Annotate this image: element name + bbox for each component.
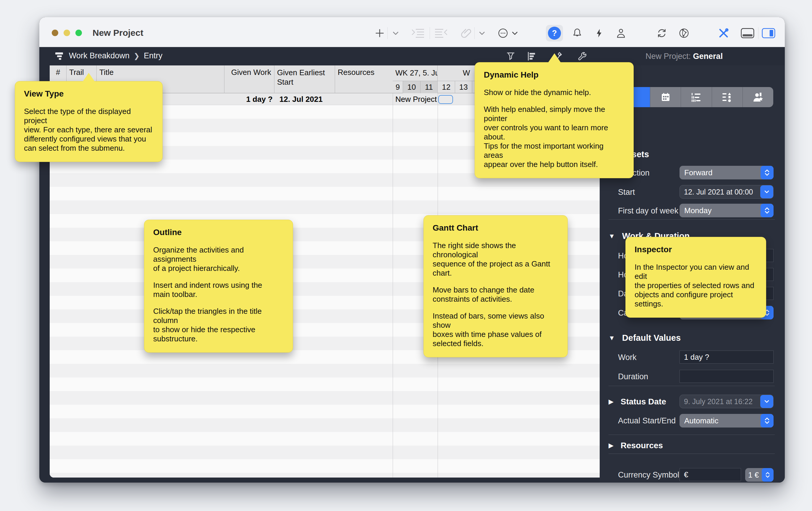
plus-icon (374, 27, 385, 39)
gantt-day-header-weekend[interactable]: 10 (403, 81, 420, 93)
gantt-day-header[interactable]: 9 (393, 81, 403, 93)
disclosure-closed-icon[interactable]: ▶ (609, 398, 614, 405)
tab-numbered-list[interactable] (681, 87, 712, 107)
gantt-day-header-weekend[interactable]: 11 (420, 81, 438, 93)
right-panel-button[interactable] (761, 26, 776, 40)
add-row-button[interactable] (373, 26, 387, 40)
numbered-list-icon (691, 92, 702, 102)
outdent-button[interactable] (434, 26, 448, 40)
chevron-down-icon (760, 395, 773, 408)
wrench-icon (577, 51, 587, 61)
gantt-day-header[interactable]: 13 (455, 81, 472, 93)
gantt-week-header-1[interactable]: WK 27, 5. Ju (393, 65, 438, 81)
indent-icon (412, 28, 425, 38)
chevron-down-icon (392, 29, 400, 37)
summary-given-work[interactable]: 1 day ? (246, 95, 273, 104)
column-header-resources[interactable]: Resources (335, 65, 393, 93)
chevron-down-icon (511, 29, 519, 37)
tooltip-body: Show or hide the dynamic help. (484, 88, 625, 97)
tab-outline-style[interactable] (712, 87, 743, 107)
inspector-tab-bar (619, 87, 773, 107)
bell-icon (571, 27, 583, 39)
user-icon (615, 27, 627, 39)
tooltip-body: The right side shows the chronological s… (433, 241, 558, 278)
disclosure-closed-icon[interactable]: ▶ (609, 442, 614, 449)
tab-calendar[interactable] (650, 87, 681, 107)
notifications-button[interactable] (570, 26, 584, 40)
bottom-panel-icon (741, 27, 755, 39)
status-date-popup[interactable]: 9. July 2021 at 16:22 (679, 395, 774, 408)
section-default-values[interactable]: ▼ Default Values (609, 333, 681, 343)
tooltip-gantt-chart: Gantt Chart The right side shows the chr… (424, 215, 568, 357)
activity-button[interactable] (592, 26, 606, 40)
calendar-icon (661, 92, 671, 102)
tooltip-arrow (548, 53, 561, 63)
attach-button[interactable] (459, 26, 473, 40)
tools-button[interactable] (717, 26, 731, 40)
gantt-bar-label: New Project (395, 95, 437, 104)
section-divider (609, 435, 775, 435)
tooltip-body: In the Inspector you can view and edit t… (635, 263, 757, 308)
chevron-down-icon (760, 185, 773, 198)
settings-wrench-button[interactable] (577, 51, 587, 61)
breadcrumb[interactable]: Work Breakdown ❯ Entry (55, 51, 162, 60)
first-day-popup[interactable]: Monday (679, 204, 774, 217)
work-label: Work (618, 353, 637, 362)
user-button[interactable] (614, 26, 628, 40)
chevron-down-icon (478, 29, 486, 37)
tooltip-body: Move bars to change the date constraints… (433, 286, 558, 304)
direction-popup[interactable]: Forward (679, 166, 774, 180)
zoom-button[interactable] (76, 30, 82, 36)
tooltip-title: Outline (153, 228, 284, 237)
breadcrumb-section[interactable]: Work Breakdown (69, 51, 129, 60)
actual-start-end-popup[interactable]: Automatic (679, 414, 774, 428)
sync-button[interactable] (655, 26, 669, 40)
filter-button[interactable] (505, 51, 516, 61)
disclosure-open-icon[interactable]: ▼ (609, 334, 615, 342)
tooltip-title: Inspector (635, 245, 757, 254)
gantt-summary-bar[interactable] (438, 95, 453, 104)
attach-options-chevron[interactable] (475, 26, 489, 40)
indent-button[interactable] (411, 26, 425, 40)
tooltip-title: Gantt Chart (433, 223, 558, 233)
section-status-date[interactable]: ▶ Status Date (609, 397, 666, 406)
close-button[interactable] (52, 30, 58, 36)
inspector-title-prefix: New Project: (645, 52, 691, 61)
toolbar-divider (387, 27, 388, 39)
disclosure-open-icon[interactable]: ▼ (609, 233, 615, 240)
column-header-given-work[interactable]: Given Work (225, 65, 274, 93)
duration-field[interactable] (679, 370, 774, 383)
gantt-day-header[interactable]: 12 (438, 81, 455, 93)
tooltip-view-type: View Type Select the type of the display… (15, 81, 163, 162)
breadcrumb-page[interactable]: Entry (144, 51, 162, 60)
format-icon (526, 51, 537, 61)
network-icon (678, 27, 690, 39)
duration-label: Duration (618, 372, 648, 381)
dynamic-help-button[interactable]: ? (546, 25, 563, 42)
resource-star-icon (753, 92, 763, 102)
tooltip-outline: Outline Organize the activities and assi… (144, 220, 293, 353)
more-options-chevron[interactable] (508, 26, 522, 40)
tooltip-body: Click/tap the triangles in the title col… (153, 307, 284, 344)
paperclip-icon (461, 28, 472, 39)
currency-precision-popup[interactable]: 1 € (745, 468, 774, 482)
column-header-given-earliest-start[interactable]: Given Earliest Start (274, 65, 335, 93)
minimize-button[interactable] (64, 30, 70, 36)
tooltip-body: With help enabled, simply move the point… (484, 105, 625, 169)
filter-icon (505, 51, 516, 61)
format-button[interactable] (526, 51, 537, 61)
start-label: Start (618, 188, 635, 197)
tooltip-body: Organize the activities and assignments … (153, 245, 284, 273)
work-field[interactable]: 1 day ? (679, 351, 774, 364)
add-options-chevron[interactable] (388, 26, 403, 40)
view-header-bar: Work Breakdown ❯ Entry New Project: Gene… (39, 47, 785, 65)
start-date-popup[interactable]: 12. Jul 2021 at 00:00 (679, 185, 774, 199)
tab-resource-star[interactable] (743, 87, 773, 107)
stepper-icon (760, 166, 774, 180)
currency-symbol-field[interactable]: € (679, 468, 741, 481)
bottom-panel-button[interactable] (741, 26, 755, 40)
section-resources[interactable]: ▶ Resources (609, 441, 663, 450)
network-button[interactable] (677, 26, 691, 40)
summary-given-earliest-start[interactable]: 12. Jul 2021 (280, 95, 323, 104)
inspector-title: New Project: General (645, 52, 723, 61)
